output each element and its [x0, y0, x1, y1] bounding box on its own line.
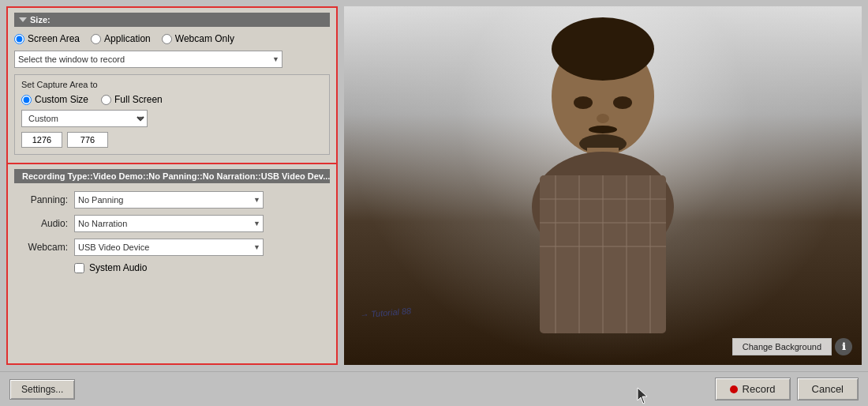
- size-section-title: Size:: [30, 15, 51, 24]
- custom-dropdown-row: Custom: [21, 110, 323, 127]
- system-audio-row: System Audio: [74, 262, 330, 273]
- bottom-bar: Settings... Record Cancel: [0, 371, 868, 406]
- record-button[interactable]: Record: [715, 378, 791, 400]
- svg-point-4: [613, 96, 632, 109]
- main-container: Size: Screen Area Application Webcam Onl…: [0, 0, 868, 371]
- cancel-button[interactable]: Cancel: [797, 378, 859, 400]
- custom-dropdown[interactable]: Custom: [21, 110, 148, 127]
- custom-size-radio[interactable]: [21, 95, 32, 105]
- webcam-image: → Tutorial 88 Change Background ℹ: [344, 6, 862, 365]
- capture-area-label: Set Capture Area to: [21, 80, 323, 89]
- capture-area-box: Set Capture Area to Custom Size Full Scr…: [14, 74, 330, 155]
- panning-row: Panning: No Panning: [14, 191, 330, 209]
- application-radio[interactable]: [91, 34, 101, 44]
- left-panel: Size: Screen Area Application Webcam Onl…: [6, 6, 338, 365]
- source-radio-group: Screen Area Application Webcam Only: [14, 33, 330, 44]
- webcam-preview-panel: → Tutorial 88 Change Background ℹ: [344, 6, 862, 365]
- webcam-select-wrapper: USB Video Device: [74, 239, 264, 256]
- full-screen-label: Full Screen: [114, 94, 163, 105]
- recording-section-header: Recording Type::Video Demo::No Panning::…: [14, 169, 330, 183]
- panning-select-wrapper: No Panning: [74, 191, 264, 209]
- change-background-button[interactable]: Change Background: [732, 338, 832, 355]
- screen-area-radio[interactable]: [14, 34, 24, 44]
- audio-select-wrapper: No Narration: [74, 215, 264, 232]
- webcam-only-radio[interactable]: [162, 34, 172, 44]
- audio-label: Audio:: [14, 218, 68, 229]
- webcam-only-label: Webcam Only: [175, 33, 234, 44]
- dimension-row: [21, 132, 323, 148]
- application-radio-label[interactable]: Application: [91, 33, 151, 44]
- system-audio-label: System Audio: [89, 262, 147, 273]
- screen-area-radio-label[interactable]: Screen Area: [14, 33, 80, 44]
- full-screen-radio[interactable]: [101, 95, 111, 105]
- webcam-only-radio-label[interactable]: Webcam Only: [162, 33, 234, 44]
- svg-point-2: [552, 17, 654, 81]
- svg-marker-19: [638, 388, 647, 404]
- size-section-header: Size:: [14, 13, 330, 27]
- custom-size-label: Custom Size: [35, 94, 88, 105]
- svg-point-3: [574, 96, 593, 109]
- cursor-icon: [636, 386, 652, 405]
- webcam-row: Webcam: USB Video Device: [14, 239, 330, 256]
- screen-area-label: Screen Area: [28, 33, 80, 44]
- collapse-triangle-icon: [19, 17, 27, 22]
- window-select-wrapper: Select the window to record: [14, 51, 282, 68]
- audio-row: Audio: No Narration: [14, 215, 330, 232]
- full-screen-radio-label[interactable]: Full Screen: [101, 94, 163, 105]
- change-bg-bar: Change Background ℹ: [732, 338, 852, 355]
- svg-point-5: [597, 114, 609, 123]
- right-button-group: Record Cancel: [715, 378, 859, 400]
- size-section: Size: Screen Area Application Webcam Onl…: [8, 8, 336, 164]
- info-icon: ℹ: [842, 341, 846, 352]
- system-audio-checkbox[interactable]: [74, 263, 84, 273]
- record-button-label: Record: [743, 383, 776, 395]
- capture-radio-group: Custom Size Full Screen: [21, 94, 323, 105]
- application-label: Application: [104, 33, 151, 44]
- recording-section: Recording Type::Video Demo::No Panning::…: [8, 164, 336, 363]
- svg-point-6: [589, 126, 617, 133]
- window-select-row: Select the window to record: [14, 51, 330, 68]
- webcam-label: Webcam:: [14, 242, 68, 253]
- width-input[interactable]: [21, 132, 62, 148]
- person-silhouette: [477, 6, 729, 365]
- settings-button[interactable]: Settings...: [9, 379, 75, 400]
- panning-label: Panning:: [14, 194, 68, 205]
- audio-select[interactable]: No Narration: [74, 215, 264, 232]
- recording-header-text: Recording Type::Video Demo::No Panning::…: [22, 171, 330, 181]
- window-select[interactable]: Select the window to record: [14, 51, 282, 68]
- panning-select[interactable]: No Panning: [74, 191, 264, 209]
- webcam-select[interactable]: USB Video Device: [74, 239, 264, 256]
- custom-size-radio-label[interactable]: Custom Size: [21, 94, 88, 105]
- record-dot-icon: [730, 385, 738, 393]
- custom-select-wrapper: Custom: [21, 110, 148, 127]
- info-icon-button[interactable]: ℹ: [835, 338, 852, 355]
- height-input[interactable]: [67, 132, 108, 148]
